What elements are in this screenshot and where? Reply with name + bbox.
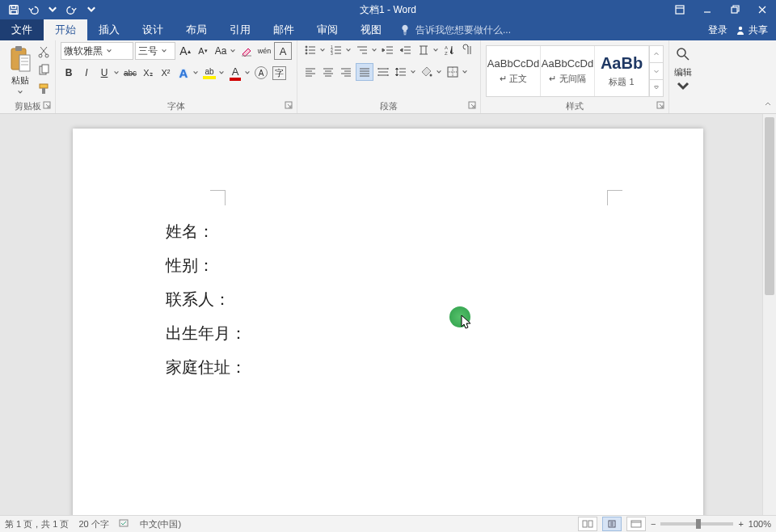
tab-mailings[interactable]: 邮件 [262, 19, 306, 40]
style-expand-icon[interactable] [650, 80, 663, 96]
style-normal[interactable]: AaBbCcDd ↵ 正文 [487, 46, 541, 96]
chevron-down-icon[interactable] [435, 69, 443, 75]
dialog-launcher-icon[interactable] [284, 101, 293, 111]
zoom-in-button[interactable]: + [738, 519, 743, 529]
collapse-ribbon-icon[interactable] [763, 99, 773, 112]
style-heading1[interactable]: AaBb 标题 1 [595, 46, 649, 96]
zoom-slider[interactable] [660, 522, 733, 526]
restore-icon[interactable] [721, 0, 749, 19]
chevron-down-icon[interactable] [675, 78, 691, 97]
chevron-down-icon[interactable] [409, 69, 417, 75]
status-proofing-icon[interactable] [119, 518, 130, 530]
tab-references[interactable]: 引用 [218, 19, 262, 40]
tab-file[interactable]: 文件 [0, 19, 44, 40]
status-language[interactable]: 中文(中国) [140, 518, 181, 530]
find-icon[interactable] [675, 46, 691, 65]
chevron-down-icon[interactable] [243, 70, 251, 76]
bullets-icon[interactable] [302, 42, 318, 58]
style-scroll-up-icon[interactable] [650, 46, 663, 63]
tab-design[interactable]: 设计 [131, 19, 175, 40]
grow-font-icon[interactable]: A▴ [177, 43, 193, 59]
show-marks-icon[interactable] [459, 42, 475, 58]
tellme-search[interactable]: 告诉我您想要做什么... [399, 19, 511, 40]
char-shading-button[interactable]: 字 [271, 65, 287, 81]
style-scroll-down-icon[interactable] [650, 63, 663, 80]
chevron-down-icon[interactable] [112, 70, 120, 76]
save-icon[interactable] [5, 2, 23, 18]
chevron-down-icon[interactable] [192, 70, 200, 76]
text-effects-button[interactable]: A [175, 65, 192, 81]
chevron-down-icon[interactable] [17, 87, 23, 98]
tab-view[interactable]: 视图 [349, 19, 393, 40]
dialog-launcher-icon[interactable] [42, 101, 52, 111]
tab-insert[interactable]: 插入 [87, 19, 131, 40]
font-size-combo[interactable]: 三号 [135, 42, 175, 60]
document-body[interactable]: 姓名： 性别： 联系人： 出生年月： 家庭住址： [166, 214, 247, 384]
subscript-button[interactable]: X₂ [140, 65, 156, 81]
view-read-icon[interactable] [578, 517, 597, 531]
change-case-button[interactable]: Aa [213, 43, 229, 59]
align-justify-icon[interactable] [356, 63, 373, 81]
font-name-combo[interactable]: 微软雅黑 [61, 42, 133, 60]
enclose-char-button[interactable]: A [253, 65, 269, 81]
tab-layout[interactable]: 布局 [175, 19, 218, 40]
zoom-level[interactable]: 100% [749, 519, 771, 529]
shading-icon[interactable] [419, 64, 435, 80]
status-page[interactable]: 第 1 页，共 1 页 [5, 518, 69, 530]
paste-button[interactable]: 粘贴 [5, 42, 36, 98]
align-right-icon[interactable] [338, 64, 354, 80]
login-link[interactable]: 登录 [708, 23, 728, 37]
strike-button[interactable]: abc [122, 65, 138, 81]
char-border-icon[interactable]: A [274, 42, 292, 60]
chevron-down-icon[interactable] [370, 47, 378, 53]
tab-review[interactable]: 审阅 [306, 19, 349, 40]
chevron-down-icon[interactable] [44, 2, 61, 18]
undo-icon[interactable] [24, 2, 42, 18]
chevron-down-icon[interactable] [344, 47, 352, 53]
copy-icon[interactable] [37, 64, 50, 79]
clear-format-icon[interactable] [238, 43, 255, 59]
superscript-button[interactable]: X² [158, 65, 174, 81]
borders-icon[interactable] [445, 64, 461, 80]
style-no-spacing[interactable]: AaBbCcDd ↵ 无间隔 [541, 46, 595, 96]
view-print-icon[interactable] [602, 517, 622, 531]
align-center-icon[interactable] [320, 64, 336, 80]
share-button[interactable]: 共享 [736, 23, 768, 37]
shrink-font-icon[interactable]: A▾ [195, 43, 211, 59]
decrease-indent-icon[interactable] [380, 42, 396, 58]
text-line[interactable]: 联系人： [166, 282, 247, 316]
format-painter-icon[interactable] [37, 82, 50, 98]
line-spacing-icon[interactable] [393, 64, 409, 80]
status-words[interactable]: 20 个字 [78, 518, 108, 530]
sort-icon[interactable]: AZ [441, 42, 458, 58]
vertical-scrollbar[interactable] [762, 114, 776, 515]
increase-indent-icon[interactable] [398, 42, 414, 58]
tab-home[interactable]: 开始 [44, 19, 87, 40]
text-line[interactable]: 姓名： [166, 214, 247, 248]
font-color-button[interactable]: A [227, 65, 243, 81]
view-web-icon[interactable] [626, 517, 646, 531]
cut-icon[interactable] [37, 45, 50, 61]
distribute-icon[interactable] [375, 64, 391, 80]
italic-button[interactable]: I [78, 65, 95, 81]
chevron-down-icon[interactable] [82, 2, 100, 18]
chevron-down-icon[interactable] [461, 69, 469, 75]
text-line[interactable]: 性别： [166, 248, 247, 282]
highlight-button[interactable]: ab [201, 65, 217, 81]
chevron-down-icon[interactable] [432, 47, 440, 53]
scrollbar-thumb[interactable] [765, 117, 774, 295]
text-line[interactable]: 出生年月： [166, 316, 247, 350]
page[interactable]: 姓名： 性别： 联系人： 出生年月： 家庭住址： [73, 129, 703, 515]
chevron-down-icon[interactable] [217, 70, 226, 76]
zoom-out-button[interactable]: − [651, 519, 656, 529]
numbering-icon[interactable]: 123 [328, 42, 344, 58]
text-line[interactable]: 家庭住址： [166, 350, 247, 384]
close-icon[interactable] [749, 0, 776, 19]
dialog-launcher-icon[interactable] [656, 101, 665, 111]
bold-button[interactable]: B [61, 65, 77, 81]
phonetic-guide-button[interactable]: wén [256, 43, 272, 59]
minimize-icon[interactable] [694, 0, 721, 19]
align-left-icon[interactable] [302, 64, 318, 80]
ribbon-options-icon[interactable] [666, 0, 694, 19]
chevron-down-icon[interactable] [229, 48, 237, 54]
